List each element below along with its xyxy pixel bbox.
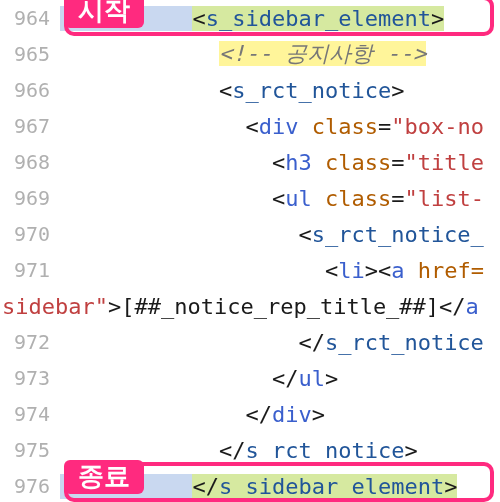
token: </ (245, 402, 272, 427)
token: class (325, 150, 391, 175)
token: > (391, 78, 404, 103)
code-content[interactable]: </ul> (60, 366, 500, 391)
token: < (219, 78, 232, 103)
line-number: 970 (0, 222, 60, 246)
code-line[interactable]: 967 <div class="box-no (0, 108, 500, 144)
token: < (298, 222, 311, 247)
token: a (466, 294, 479, 319)
code-content[interactable]: <s_sidebar_element> (60, 6, 500, 31)
token: > (108, 294, 121, 319)
token: </ (272, 366, 299, 391)
token: s_rct_notice (232, 78, 391, 103)
token: sidebar" (2, 294, 108, 319)
code-content[interactable]: </s_sidebar_element> (60, 474, 500, 499)
code-content[interactable]: sidebar">[##_notice_rep_title_##]</a (0, 294, 479, 319)
token: s_rct_notice (245, 438, 404, 463)
code-content[interactable]: <ul class="list- (60, 186, 500, 211)
token: > (365, 258, 378, 283)
line-number: 976 (0, 474, 60, 498)
line-number: 964 (0, 6, 60, 30)
line-number: 965 (0, 42, 60, 66)
token: s_rct_notice_ (312, 222, 484, 247)
code-line[interactable]: 968 <h3 class="title (0, 144, 500, 180)
line-number: 968 (0, 150, 60, 174)
token: < (378, 258, 391, 283)
code-line[interactable]: 974 </div> (0, 396, 500, 432)
token: ul (298, 366, 325, 391)
code-content[interactable]: </s_rct_notice> (60, 438, 500, 463)
code-content[interactable]: <s_rct_notice> (60, 78, 500, 103)
token: = (391, 186, 404, 211)
token: < (272, 150, 285, 175)
code-content[interactable]: </s_rct_notice (60, 330, 500, 355)
token: </ (298, 330, 325, 355)
token: > (404, 438, 417, 463)
code-editor[interactable]: 964 <s_sidebar_element>965 <!-- 공지사항 -->… (0, 0, 500, 502)
code-line[interactable]: 966 <s_rct_notice> (0, 72, 500, 108)
token: s_sidebar_element (206, 6, 431, 31)
token: = (378, 114, 391, 139)
code-line[interactable]: 976 </s_sidebar_element> (0, 468, 500, 502)
token: h3 (285, 150, 312, 175)
token: href= (418, 258, 484, 283)
line-number: 966 (0, 78, 60, 102)
code-content[interactable]: <li><a href= (60, 258, 500, 283)
token: div (259, 114, 299, 139)
token: = (391, 150, 404, 175)
token (312, 150, 325, 175)
code-line[interactable]: 972 </s_rct_notice (0, 324, 500, 360)
code-line[interactable]: 965 <!-- 공지사항 --> (0, 36, 500, 72)
token: "list- (404, 186, 483, 211)
token: <!-- 공지사항 --> (219, 41, 426, 66)
line-number: 972 (0, 330, 60, 354)
token: > (444, 474, 457, 499)
token: </ (439, 294, 466, 319)
code-content[interactable]: <h3 class="title (60, 150, 500, 175)
line-number: 973 (0, 366, 60, 390)
code-content[interactable]: <div class="box-no (60, 114, 500, 139)
code-line[interactable]: 969 <ul class="list- (0, 180, 500, 216)
token: > (312, 402, 325, 427)
token: </ (219, 438, 246, 463)
code-line[interactable]: 973 </ul> (0, 360, 500, 396)
token (312, 186, 325, 211)
token: li (338, 258, 365, 283)
line-number: 971 (0, 258, 60, 282)
code-line-wrap[interactable]: sidebar">[##_notice_rep_title_##]</a (0, 288, 500, 324)
code-line[interactable]: 970 <s_rct_notice_ (0, 216, 500, 252)
token: a (391, 258, 404, 283)
token: < (272, 186, 285, 211)
token: class (312, 114, 378, 139)
token: s_sidebar_element (219, 474, 444, 499)
code-content[interactable]: <!-- 공지사항 --> (60, 39, 500, 69)
token: > (431, 6, 444, 31)
line-number: 974 (0, 402, 60, 426)
token (404, 258, 417, 283)
line-number: 967 (0, 114, 60, 138)
code-line[interactable]: 975 </s_rct_notice> (0, 432, 500, 468)
token (298, 114, 311, 139)
line-number: 975 (0, 438, 60, 462)
token: ul (285, 186, 312, 211)
token: < (192, 6, 205, 31)
token: </ (192, 474, 219, 499)
token: div (272, 402, 312, 427)
code-content[interactable]: </div> (60, 402, 500, 427)
token: "title (404, 150, 483, 175)
code-line[interactable]: 971 <li><a href= (0, 252, 500, 288)
code-line[interactable]: 964 <s_sidebar_element> (0, 0, 500, 36)
token: > (325, 366, 338, 391)
token: < (325, 258, 338, 283)
token: s_rct_notice (325, 330, 484, 355)
token: [##_notice_rep_title_##] (121, 294, 439, 319)
token: "box-no (391, 114, 484, 139)
line-number: 969 (0, 186, 60, 210)
code-content[interactable]: <s_rct_notice_ (60, 222, 500, 247)
token: < (245, 114, 258, 139)
token: class (325, 186, 391, 211)
